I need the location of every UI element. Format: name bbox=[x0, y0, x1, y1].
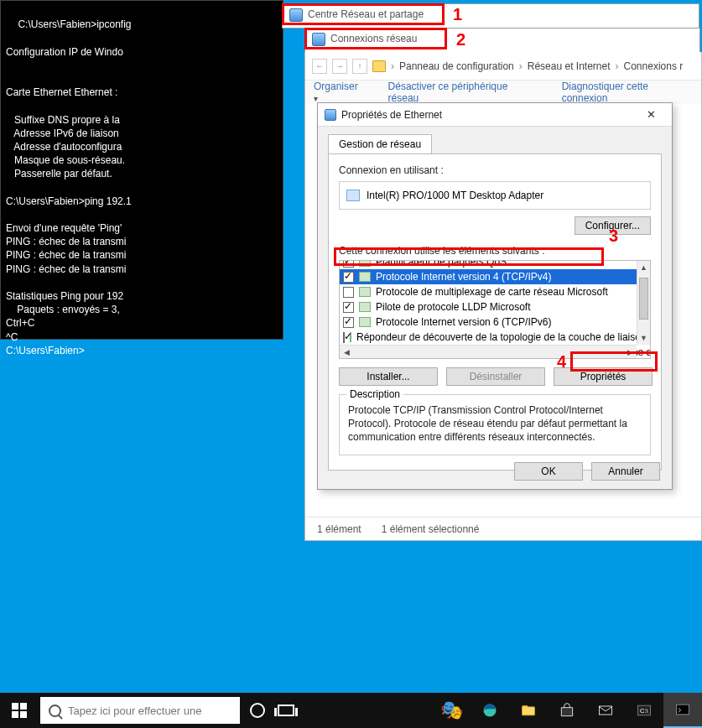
nav-back-icon[interactable]: ← bbox=[312, 59, 327, 74]
tab-network-management[interactable]: Gestion de réseau bbox=[328, 134, 432, 154]
protocol-checkbox[interactable] bbox=[343, 272, 354, 283]
svg-text:C:\: C:\ bbox=[640, 707, 649, 715]
protocol-label: Protocole de multiplexage de carte résea… bbox=[376, 286, 608, 298]
annotation-number-1: 1 bbox=[453, 5, 462, 24]
breadcrumb-sep-icon: › bbox=[391, 60, 394, 72]
protocol-icon bbox=[359, 272, 371, 282]
adapter-icon bbox=[346, 190, 360, 201]
nav-forward-icon[interactable]: → bbox=[332, 59, 347, 74]
annotation-box-2 bbox=[304, 28, 447, 49]
protocol-item[interactable]: Protocole de multiplexage de carte résea… bbox=[340, 284, 637, 299]
annotation-number-2: 2 bbox=[456, 30, 465, 49]
store-icon bbox=[559, 702, 575, 719]
breadcrumb-sep-icon: › bbox=[519, 60, 523, 72]
status-selected-count: 1 élément sélectionné bbox=[382, 523, 480, 535]
protocol-label: Protocole Internet version 4 (TCP/IPv4) bbox=[376, 271, 551, 283]
dialog-titlebar[interactable]: Propriétés de Ethernet ✕ bbox=[318, 103, 672, 127]
scroll-left-icon[interactable]: ◀ bbox=[340, 346, 353, 358]
mask-icon: 🎭 bbox=[440, 699, 463, 721]
protocol-item[interactable]: Répondeur de découverte de la topologie … bbox=[340, 330, 637, 345]
protocol-checkbox[interactable] bbox=[343, 332, 345, 343]
windows-logo-icon bbox=[12, 703, 27, 718]
address-bar[interactable]: ← → ↑ › Panneau de configuration › Résea… bbox=[305, 52, 701, 81]
cmd-icon bbox=[674, 701, 691, 718]
folder-icon bbox=[520, 702, 537, 719]
mail-icon bbox=[597, 702, 614, 719]
ethernet-properties-dialog: Propriétés de Ethernet ✕ Gestion de rése… bbox=[317, 102, 673, 490]
svg-rect-3 bbox=[561, 708, 572, 716]
cancel-button[interactable]: Annuler bbox=[591, 462, 660, 481]
protocol-icon bbox=[359, 287, 371, 297]
protocol-label: Protocole Internet version 6 (TCP/IPv6) bbox=[376, 316, 551, 328]
cortana-button[interactable] bbox=[243, 703, 272, 718]
taskbar-app-store[interactable] bbox=[548, 693, 586, 728]
breadcrumb-sep-icon: › bbox=[616, 60, 619, 72]
taskbar: Tapez ici pour effectuer une 🎭 C:\ bbox=[0, 693, 702, 728]
ok-button[interactable]: OK bbox=[514, 462, 583, 481]
ethernet-icon bbox=[325, 109, 336, 121]
protocol-checkbox[interactable] bbox=[343, 302, 354, 313]
protocol-icon bbox=[359, 302, 371, 312]
description-legend: Description bbox=[346, 388, 403, 400]
svg-rect-2 bbox=[523, 705, 528, 708]
protocol-listbox[interactable]: Planificateur de paquets QoSProtocole In… bbox=[339, 260, 651, 359]
protocol-item[interactable]: Protocole Internet version 6 (TCP/IPv6) bbox=[340, 315, 637, 330]
start-button[interactable] bbox=[0, 693, 39, 728]
command-prompt-window[interactable]: C:\Users\Fabien>ipconfig Configuration I… bbox=[0, 0, 283, 340]
svg-rect-7 bbox=[677, 705, 689, 715]
vertical-scrollbar[interactable]: ▲ ▼ bbox=[637, 261, 650, 345]
uninstall-button: Désinstaller bbox=[446, 367, 545, 386]
close-button[interactable]: ✕ bbox=[637, 107, 665, 123]
annotation-box-4 bbox=[570, 351, 658, 372]
adapter-name: Intel(R) PRO/1000 MT Desktop Adapter bbox=[367, 190, 543, 201]
nav-up-icon[interactable]: ↑ bbox=[352, 59, 367, 74]
dialog-title: Propriétés de Ethernet bbox=[341, 109, 442, 121]
taskbar-app-explorer[interactable] bbox=[509, 693, 548, 728]
install-button[interactable]: Installer... bbox=[339, 367, 438, 386]
terminal-text: C:\Users\Fabien>ipconfig Configuration I… bbox=[6, 18, 132, 356]
scroll-thumb[interactable] bbox=[639, 278, 648, 320]
taskbar-app-cmd-active[interactable] bbox=[663, 693, 702, 728]
search-icon bbox=[49, 705, 61, 717]
annotation-number-4: 4 bbox=[557, 352, 566, 372]
adapter-field: Intel(R) PRO/1000 MT Desktop Adapter bbox=[339, 181, 651, 210]
taskbar-app-mask[interactable]: 🎭 bbox=[432, 693, 471, 728]
annotation-box-1 bbox=[282, 3, 445, 25]
taskbar-app-terminal[interactable]: C:\ bbox=[625, 693, 663, 728]
connect-using-label: Connexion en utilisant : bbox=[339, 164, 651, 176]
tab-page: Connexion en utilisant : Intel(R) PRO/10… bbox=[328, 153, 662, 471]
search-placeholder: Tapez ici pour effectuer une bbox=[68, 705, 201, 717]
folder-icon bbox=[372, 60, 386, 72]
breadcrumb-panel[interactable]: Panneau de configuration bbox=[399, 60, 514, 72]
description-text: Protocole TCP/IP (Transmission Control P… bbox=[348, 403, 642, 445]
status-bar: 1 élément 1 élément sélectionné bbox=[305, 517, 701, 540]
breadcrumb-connections[interactable]: Connexions r bbox=[624, 60, 684, 72]
svg-rect-4 bbox=[600, 706, 612, 715]
taskbar-search-box[interactable]: Tapez ici pour effectuer une bbox=[40, 697, 240, 724]
breadcrumb-network[interactable]: Réseau et Internet bbox=[528, 60, 611, 72]
status-item-count: 1 élément bbox=[317, 523, 361, 535]
organize-menu[interactable]: Organiser bbox=[314, 81, 363, 104]
protocol-item[interactable]: Protocole Internet version 4 (TCP/IPv4) bbox=[340, 269, 637, 284]
annotation-box-3 bbox=[334, 247, 604, 266]
taskbar-app-edge[interactable] bbox=[471, 693, 509, 728]
protocol-label: Pilote de protocole LLDP Microsoft bbox=[376, 301, 531, 313]
description-groupbox: Description Protocole TCP/IP (Transmissi… bbox=[339, 394, 651, 455]
protocol-item[interactable]: Pilote de protocole LLDP Microsoft bbox=[340, 299, 637, 315]
task-view-icon bbox=[278, 705, 294, 716]
command-bar: Organiser Désactiver ce périphérique rés… bbox=[305, 81, 701, 104]
scroll-up-icon[interactable]: ▲ bbox=[637, 261, 650, 274]
protocol-icon bbox=[359, 317, 371, 327]
scroll-down-icon[interactable]: ▼ bbox=[637, 331, 650, 345]
protocol-label: Répondeur de découverte de la topologie … bbox=[356, 331, 647, 343]
taskbar-app-mail[interactable] bbox=[586, 693, 625, 728]
cortana-icon bbox=[250, 703, 265, 718]
disable-device-cmd[interactable]: Désactiver ce périphérique réseau bbox=[388, 81, 537, 104]
annotation-number-3: 3 bbox=[609, 226, 618, 246]
task-view-button[interactable] bbox=[272, 705, 300, 716]
edge-icon bbox=[481, 702, 498, 719]
terminal-icon: C:\ bbox=[636, 702, 653, 719]
protocol-checkbox[interactable] bbox=[343, 287, 354, 298]
diagnose-cmd[interactable]: Diagnostiquer cette connexion bbox=[562, 81, 693, 104]
protocol-checkbox[interactable] bbox=[343, 317, 354, 328]
